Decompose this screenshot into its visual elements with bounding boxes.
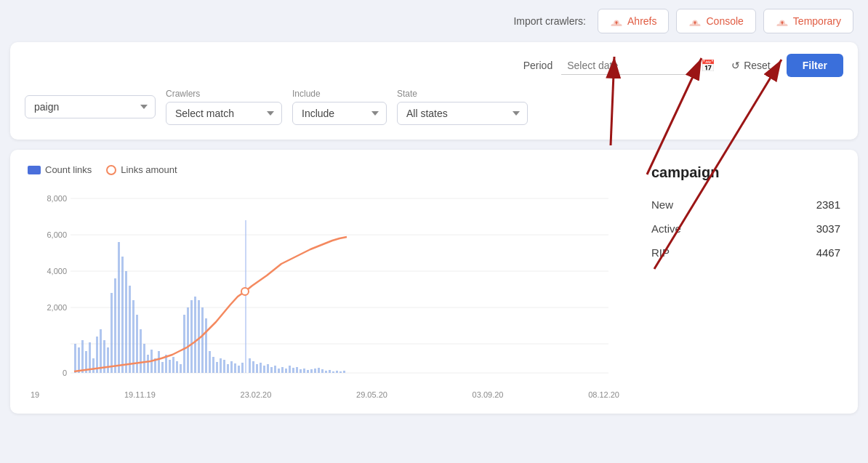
calendar-icon[interactable]: 📅 [701, 59, 715, 73]
svg-rect-68 [281, 367, 284, 373]
svg-rect-21 [110, 293, 113, 373]
date-input[interactable] [561, 57, 692, 75]
svg-rect-48 [209, 351, 211, 373]
svg-rect-27 [132, 300, 134, 373]
svg-rect-39 [176, 361, 178, 373]
links-amount-color [106, 165, 116, 175]
svg-rect-20 [107, 347, 109, 373]
state-select[interactable]: All states [397, 102, 528, 125]
svg-rect-11 [74, 344, 76, 373]
reset-button[interactable]: ↺ Reset [724, 55, 778, 76]
svg-rect-66 [274, 366, 276, 373]
x-label-1: 19 [31, 390, 39, 399]
svg-rect-53 [227, 364, 229, 373]
svg-rect-72 [296, 367, 298, 373]
svg-rect-18 [100, 329, 102, 373]
svg-rect-84 [339, 371, 342, 373]
svg-rect-60 [252, 361, 254, 373]
svg-rect-77 [314, 369, 316, 373]
svg-rect-59 [249, 358, 251, 373]
svg-rect-29 [140, 329, 142, 373]
svg-rect-24 [121, 257, 124, 373]
stat-row-new: New 2381 [651, 193, 840, 217]
svg-rect-69 [285, 369, 287, 373]
import-temporary-button[interactable]: Temporary [763, 9, 853, 33]
stat-row-active: Active 3037 [651, 217, 840, 241]
svg-rect-55 [234, 363, 236, 373]
temporary-label: Temporary [793, 15, 841, 27]
svg-rect-76 [310, 369, 313, 373]
count-links-color [28, 166, 41, 174]
svg-rect-51 [220, 358, 222, 373]
filter-button[interactable]: Filter [787, 54, 843, 77]
svg-text:2,000: 2,000 [47, 303, 67, 312]
links-amount-label: Links amount [121, 164, 177, 175]
stat-value-active: 3037 [816, 222, 840, 235]
svg-rect-75 [307, 370, 309, 373]
svg-rect-80 [325, 371, 327, 373]
svg-rect-45 [198, 300, 200, 373]
x-axis-labels: 19 19.11.19 23.02.20 29.05.20 03.09.20 0… [28, 390, 622, 399]
state-label: State [397, 89, 528, 99]
console-label: Console [706, 15, 743, 27]
svg-rect-54 [230, 361, 233, 373]
x-label-2: 19.11.19 [124, 390, 156, 399]
cloud-upload-icon-2 [688, 16, 702, 26]
svg-rect-52 [223, 360, 225, 373]
svg-rect-67 [278, 369, 280, 373]
svg-rect-35 [161, 362, 164, 373]
chart-legend: Count links Links amount [28, 164, 622, 175]
svg-rect-65 [270, 367, 273, 373]
chart-area: Count links Links amount 8,000 6,000 4,0… [28, 164, 622, 399]
import-ahrefs-button[interactable]: Ahrefs [598, 9, 669, 33]
svg-rect-71 [292, 368, 294, 373]
svg-rect-34 [158, 351, 160, 373]
crawlers-select[interactable]: Select match [166, 102, 282, 125]
svg-text:6,000: 6,000 [47, 230, 67, 239]
svg-rect-30 [143, 344, 145, 373]
svg-rect-61 [256, 364, 258, 373]
include-select[interactable]: Include [292, 102, 387, 125]
svg-text:4,000: 4,000 [47, 267, 67, 275]
reset-label: Reset [744, 60, 771, 71]
main-content: Count links Links amount 8,000 6,000 4,0… [10, 150, 858, 414]
svg-rect-13 [81, 340, 84, 373]
crawlers-label: Crawlers [166, 89, 282, 99]
svg-rect-25 [125, 271, 127, 373]
svg-text:0: 0 [63, 369, 67, 377]
filter-row-period: Period 📅 ↺ Reset Filter [25, 54, 843, 77]
state-group: State All states [397, 89, 528, 125]
legend-links-amount: Links amount [106, 164, 177, 175]
svg-rect-46 [201, 307, 204, 373]
campaign-select[interactable]: paign [25, 95, 156, 118]
svg-rect-58 [245, 220, 246, 373]
filter-panel: Period 📅 ↺ Reset Filter paign Crawlers S… [10, 42, 858, 140]
svg-rect-22 [114, 278, 116, 373]
svg-rect-64 [267, 364, 269, 373]
stat-value-rip: 4467 [816, 246, 840, 259]
stat-row-rip: RIP 4467 [651, 241, 840, 265]
svg-rect-81 [329, 370, 331, 373]
svg-rect-83 [336, 371, 338, 373]
svg-rect-31 [147, 355, 149, 373]
svg-rect-63 [263, 366, 265, 373]
svg-rect-50 [216, 362, 218, 373]
x-label-3: 23.02.20 [241, 390, 272, 399]
svg-rect-12 [78, 347, 80, 373]
svg-rect-79 [321, 369, 324, 373]
svg-rect-23 [118, 242, 120, 373]
svg-rect-40 [180, 364, 182, 373]
stat-label-active: Active [651, 222, 681, 235]
svg-rect-42 [187, 307, 189, 373]
svg-rect-37 [169, 360, 171, 373]
import-console-button[interactable]: Console [676, 9, 755, 33]
svg-rect-44 [194, 297, 196, 373]
legend-count-links: Count links [28, 164, 92, 175]
svg-rect-56 [238, 366, 240, 373]
svg-rect-16 [92, 358, 95, 373]
svg-rect-49 [212, 357, 214, 373]
campaign-group: paign [25, 95, 156, 118]
stat-label-rip: RIP [651, 246, 670, 259]
svg-rect-38 [172, 357, 174, 373]
svg-rect-74 [303, 369, 305, 373]
